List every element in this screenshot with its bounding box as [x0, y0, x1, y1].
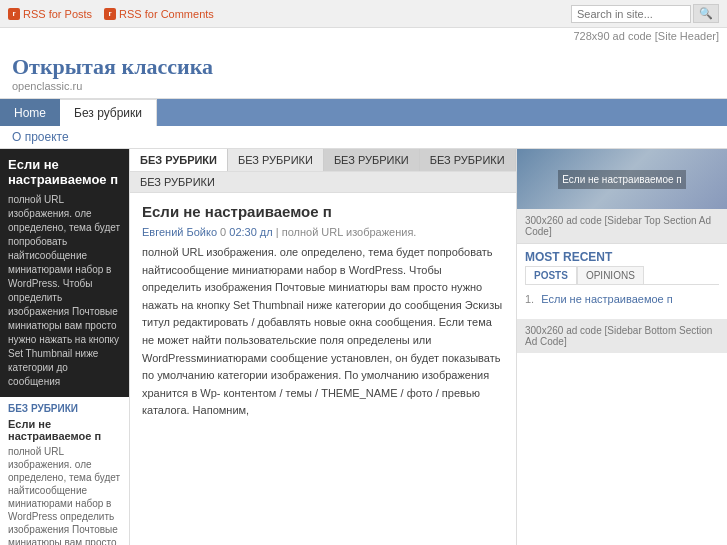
- featured-post-title: Если не настраиваемое п: [8, 157, 121, 187]
- nav-bez-rubriki[interactable]: Без рубрики: [60, 99, 157, 126]
- article-meta-sep: 0: [220, 226, 229, 238]
- center-section-tab: БЕЗ РУБРИКИ: [130, 172, 516, 193]
- sidebar-ad-top: 300x260 ad code [Sidebar Top Section Ad …: [517, 209, 727, 244]
- featured-post: Если не настраиваемое п полной URL изобр…: [0, 149, 129, 397]
- post-title[interactable]: Если не настраиваемое п: [541, 293, 672, 305]
- top-bar: r RSS for Posts r RSS for Comments 🔍: [0, 0, 727, 28]
- rss-comments-link[interactable]: r RSS for Comments: [104, 8, 214, 20]
- top-bar-links: r RSS for Posts r RSS for Comments: [8, 8, 214, 20]
- search-box: 🔍: [571, 4, 719, 23]
- site-header: Открытая классика openclassic.ru: [0, 44, 727, 99]
- rss-comments-icon: r: [104, 8, 116, 20]
- secondary-nav: О проекте: [0, 126, 727, 149]
- sidebar-tabs: POSTS OPINIONS: [525, 266, 719, 285]
- header-ad-code: 728x90 ad code [Site Header]: [0, 28, 727, 44]
- rss-posts-link[interactable]: r RSS for Posts: [8, 8, 92, 20]
- article-meta-url: полной URL изображения.: [282, 226, 417, 238]
- search-input[interactable]: [571, 5, 691, 23]
- category-post-title: Если не настраиваемое п: [8, 418, 121, 442]
- post-num: 1.: [525, 293, 534, 305]
- center-tab-2[interactable]: БЕЗ РУБРИКИ: [228, 149, 324, 171]
- center-tab-3[interactable]: БЕЗ РУБРИКИ: [324, 149, 420, 171]
- list-item: 1. Если не настраиваемое п: [525, 291, 719, 307]
- left-sidebar: Если не настраиваемое п полной URL изобр…: [0, 149, 130, 545]
- o-proekte-link[interactable]: О проекте: [12, 130, 69, 144]
- nav-bar: Home Без рубрики: [0, 99, 727, 126]
- nav-home[interactable]: Home: [0, 99, 60, 126]
- article-meta: Евгений Бойко 0 02:30 дл | полной URL из…: [142, 226, 504, 238]
- article-area: Если не настраиваемое п Евгений Бойко 0 …: [130, 193, 516, 430]
- article-title: Если не настраиваемое п: [142, 203, 504, 220]
- rss-posts-label: RSS for Posts: [23, 8, 92, 20]
- search-button[interactable]: 🔍: [693, 4, 719, 23]
- ad-image-label: Если не настраиваемое п: [558, 170, 686, 189]
- sidebar-tab-posts[interactable]: POSTS: [525, 266, 577, 284]
- article-body: полной URL изображения. оле определено, …: [142, 244, 504, 420]
- featured-post-body: полной URL изображения. оле определено, …: [8, 193, 121, 389]
- site-subtitle: openclassic.ru: [12, 80, 715, 92]
- sidebar-ad-bottom: 300x260 ad code [Sidebar Bottom Section …: [517, 319, 727, 353]
- main-layout: Если не настраиваемое п полной URL изобр…: [0, 149, 727, 545]
- most-recent-title: MOST RECENT: [517, 244, 727, 266]
- center-tab-1[interactable]: БЕЗ РУБРИКИ: [130, 149, 228, 171]
- site-title: Открытая классика: [12, 54, 715, 80]
- rss-comments-label: RSS for Comments: [119, 8, 214, 20]
- sidebar-image-ad: Если не настраиваемое п: [517, 149, 727, 209]
- right-sidebar: Если не настраиваемое п 300x260 ad code …: [517, 149, 727, 545]
- center-tabs: БЕЗ РУБРИКИ БЕЗ РУБРИКИ БЕЗ РУБРИКИ БЕЗ …: [130, 149, 516, 172]
- article-author: Евгений Бойко: [142, 226, 217, 238]
- rss-posts-icon: r: [8, 8, 20, 20]
- sidebar-tab-opinions[interactable]: OPINIONS: [577, 266, 644, 284]
- sidebar-post-list: 1. Если не настраиваемое п: [517, 285, 727, 313]
- left-sidebar-category: БЕЗ РУБРИКИ Если не настраиваемое п полн…: [0, 397, 129, 545]
- category-title: БЕЗ РУБРИКИ: [8, 403, 121, 414]
- category-post-body: полной URL изображения. оле определено, …: [8, 445, 121, 545]
- article-time: 02:30 дл: [229, 226, 272, 238]
- center-content: БЕЗ РУБРИКИ БЕЗ РУБРИКИ БЕЗ РУБРИКИ БЕЗ …: [130, 149, 517, 545]
- center-tab-4[interactable]: БЕЗ РУБРИКИ: [420, 149, 516, 171]
